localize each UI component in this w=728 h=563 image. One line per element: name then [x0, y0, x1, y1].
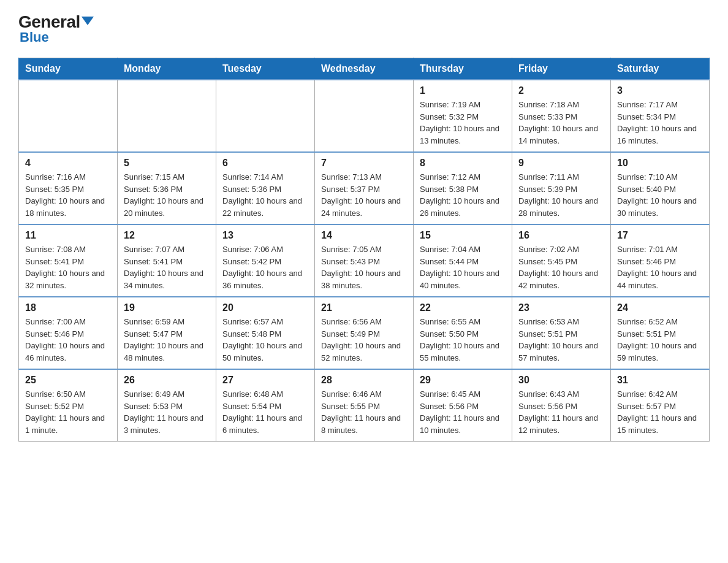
calendar-cell: 26Sunrise: 6:49 AMSunset: 5:53 PMDayligh… — [118, 369, 216, 442]
day-header-sunday: Sunday — [19, 58, 118, 80]
calendar-cell: 3Sunrise: 7:17 AMSunset: 5:34 PMDaylight… — [611, 80, 710, 152]
calendar-cell: 13Sunrise: 7:06 AMSunset: 5:42 PMDayligh… — [216, 224, 315, 297]
day-info: Sunrise: 7:17 AMSunset: 5:34 PMDaylight:… — [617, 99, 703, 147]
day-number: 27 — [222, 375, 308, 386]
day-number: 21 — [321, 302, 407, 313]
day-number: 7 — [321, 158, 407, 169]
calendar-week-row: 11Sunrise: 7:08 AMSunset: 5:41 PMDayligh… — [19, 224, 710, 297]
calendar-cell: 6Sunrise: 7:14 AMSunset: 5:36 PMDaylight… — [216, 152, 315, 224]
calendar-cell: 21Sunrise: 6:56 AMSunset: 5:49 PMDayligh… — [315, 297, 414, 369]
calendar-cell: 29Sunrise: 6:45 AMSunset: 5:56 PMDayligh… — [414, 369, 512, 442]
day-info: Sunrise: 6:46 AMSunset: 5:55 PMDaylight:… — [321, 388, 407, 436]
day-number: 11 — [25, 230, 111, 241]
day-number: 16 — [518, 230, 604, 241]
day-number: 18 — [25, 302, 111, 313]
day-info: Sunrise: 6:53 AMSunset: 5:51 PMDaylight:… — [518, 316, 604, 364]
calendar-cell: 27Sunrise: 6:48 AMSunset: 5:54 PMDayligh… — [216, 369, 315, 442]
day-info: Sunrise: 7:18 AMSunset: 5:33 PMDaylight:… — [518, 99, 604, 147]
day-number: 29 — [420, 375, 506, 386]
day-header-wednesday: Wednesday — [315, 58, 414, 80]
day-info: Sunrise: 6:45 AMSunset: 5:56 PMDaylight:… — [420, 388, 506, 436]
day-info: Sunrise: 6:52 AMSunset: 5:51 PMDaylight:… — [617, 316, 703, 364]
day-number: 30 — [518, 375, 604, 386]
day-header-saturday: Saturday — [611, 58, 710, 80]
day-info: Sunrise: 7:13 AMSunset: 5:37 PMDaylight:… — [321, 171, 407, 219]
calendar-cell: 30Sunrise: 6:43 AMSunset: 5:56 PMDayligh… — [512, 369, 611, 442]
day-number: 20 — [222, 302, 308, 313]
day-number: 14 — [321, 230, 407, 241]
day-number: 2 — [518, 85, 604, 96]
calendar-cell — [118, 80, 216, 152]
day-info: Sunrise: 6:55 AMSunset: 5:50 PMDaylight:… — [420, 316, 506, 364]
calendar-cell — [19, 80, 118, 152]
day-number: 19 — [124, 302, 210, 313]
calendar-cell: 28Sunrise: 6:46 AMSunset: 5:55 PMDayligh… — [315, 369, 414, 442]
day-number: 23 — [518, 302, 604, 313]
logo-blue: Blue — [20, 29, 49, 45]
day-info: Sunrise: 7:02 AMSunset: 5:45 PMDaylight:… — [518, 243, 604, 291]
logo-triangle-icon — [82, 17, 94, 25]
calendar-cell: 31Sunrise: 6:42 AMSunset: 5:57 PMDayligh… — [611, 369, 710, 442]
calendar-cell: 15Sunrise: 7:04 AMSunset: 5:44 PMDayligh… — [414, 224, 512, 297]
day-number: 5 — [124, 158, 210, 169]
day-info: Sunrise: 6:49 AMSunset: 5:53 PMDaylight:… — [124, 388, 210, 436]
day-number: 26 — [124, 375, 210, 386]
day-number: 24 — [617, 302, 703, 313]
day-number: 12 — [124, 230, 210, 241]
day-info: Sunrise: 6:56 AMSunset: 5:49 PMDaylight:… — [321, 316, 407, 364]
day-info: Sunrise: 7:15 AMSunset: 5:36 PMDaylight:… — [124, 171, 210, 219]
calendar-cell — [216, 80, 315, 152]
calendar-week-row: 4Sunrise: 7:16 AMSunset: 5:35 PMDaylight… — [19, 152, 710, 224]
calendar-cell: 9Sunrise: 7:11 AMSunset: 5:39 PMDaylight… — [512, 152, 611, 224]
day-info: Sunrise: 6:43 AMSunset: 5:56 PMDaylight:… — [518, 388, 604, 436]
day-info: Sunrise: 7:19 AMSunset: 5:32 PMDaylight:… — [420, 99, 506, 147]
day-number: 28 — [321, 375, 407, 386]
calendar-header-row: SundayMondayTuesdayWednesdayThursdayFrid… — [19, 58, 710, 80]
day-header-friday: Friday — [512, 58, 611, 80]
page-header: General Blue — [18, 12, 710, 45]
calendar-cell: 7Sunrise: 7:13 AMSunset: 5:37 PMDaylight… — [315, 152, 414, 224]
day-info: Sunrise: 7:07 AMSunset: 5:41 PMDaylight:… — [124, 243, 210, 291]
calendar-cell: 16Sunrise: 7:02 AMSunset: 5:45 PMDayligh… — [512, 224, 611, 297]
calendar-table: SundayMondayTuesdayWednesdayThursdayFrid… — [18, 58, 710, 442]
calendar-cell: 11Sunrise: 7:08 AMSunset: 5:41 PMDayligh… — [19, 224, 118, 297]
calendar-week-row: 18Sunrise: 7:00 AMSunset: 5:46 PMDayligh… — [19, 297, 710, 369]
day-info: Sunrise: 7:04 AMSunset: 5:44 PMDaylight:… — [420, 243, 506, 291]
day-info: Sunrise: 7:08 AMSunset: 5:41 PMDaylight:… — [25, 243, 111, 291]
day-info: Sunrise: 6:48 AMSunset: 5:54 PMDaylight:… — [222, 388, 308, 436]
day-header-monday: Monday — [118, 58, 216, 80]
calendar-cell: 19Sunrise: 6:59 AMSunset: 5:47 PMDayligh… — [118, 297, 216, 369]
day-number: 22 — [420, 302, 506, 313]
calendar-cell: 25Sunrise: 6:50 AMSunset: 5:52 PMDayligh… — [19, 369, 118, 442]
day-info: Sunrise: 6:42 AMSunset: 5:57 PMDaylight:… — [617, 388, 703, 436]
calendar-cell: 2Sunrise: 7:18 AMSunset: 5:33 PMDaylight… — [512, 80, 611, 152]
day-info: Sunrise: 7:01 AMSunset: 5:46 PMDaylight:… — [617, 243, 703, 291]
day-number: 31 — [617, 375, 703, 386]
day-info: Sunrise: 6:57 AMSunset: 5:48 PMDaylight:… — [222, 316, 308, 364]
calendar-cell: 14Sunrise: 7:05 AMSunset: 5:43 PMDayligh… — [315, 224, 414, 297]
day-info: Sunrise: 6:50 AMSunset: 5:52 PMDaylight:… — [25, 388, 111, 436]
calendar-cell: 5Sunrise: 7:15 AMSunset: 5:36 PMDaylight… — [118, 152, 216, 224]
calendar-cell: 17Sunrise: 7:01 AMSunset: 5:46 PMDayligh… — [611, 224, 710, 297]
calendar-cell: 23Sunrise: 6:53 AMSunset: 5:51 PMDayligh… — [512, 297, 611, 369]
day-number: 15 — [420, 230, 506, 241]
day-number: 4 — [25, 158, 111, 169]
day-number: 1 — [420, 85, 506, 96]
logo: General Blue — [18, 12, 94, 45]
calendar-cell: 1Sunrise: 7:19 AMSunset: 5:32 PMDaylight… — [414, 80, 512, 152]
day-number: 13 — [222, 230, 308, 241]
calendar-cell: 22Sunrise: 6:55 AMSunset: 5:50 PMDayligh… — [414, 297, 512, 369]
day-info: Sunrise: 6:59 AMSunset: 5:47 PMDaylight:… — [124, 316, 210, 364]
calendar-cell: 8Sunrise: 7:12 AMSunset: 5:38 PMDaylight… — [414, 152, 512, 224]
day-info: Sunrise: 7:11 AMSunset: 5:39 PMDaylight:… — [518, 171, 604, 219]
calendar-week-row: 25Sunrise: 6:50 AMSunset: 5:52 PMDayligh… — [19, 369, 710, 442]
day-info: Sunrise: 7:14 AMSunset: 5:36 PMDaylight:… — [222, 171, 308, 219]
calendar-cell: 10Sunrise: 7:10 AMSunset: 5:40 PMDayligh… — [611, 152, 710, 224]
day-info: Sunrise: 7:00 AMSunset: 5:46 PMDaylight:… — [25, 316, 111, 364]
calendar-cell: 24Sunrise: 6:52 AMSunset: 5:51 PMDayligh… — [611, 297, 710, 369]
day-header-thursday: Thursday — [414, 58, 512, 80]
calendar-cell: 12Sunrise: 7:07 AMSunset: 5:41 PMDayligh… — [118, 224, 216, 297]
day-info: Sunrise: 7:06 AMSunset: 5:42 PMDaylight:… — [222, 243, 308, 291]
day-number: 9 — [518, 158, 604, 169]
calendar-cell: 20Sunrise: 6:57 AMSunset: 5:48 PMDayligh… — [216, 297, 315, 369]
